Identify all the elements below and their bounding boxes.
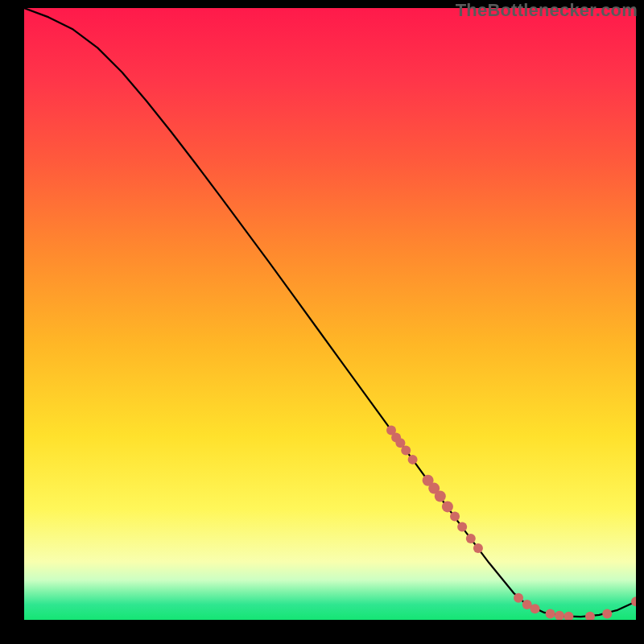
highlight-dot bbox=[442, 501, 453, 512]
highlight-dot bbox=[546, 609, 555, 618]
highlight-dot bbox=[408, 455, 418, 464]
chart-canvas bbox=[24, 8, 636, 620]
highlight-dot bbox=[602, 609, 612, 618]
highlight-dot bbox=[473, 543, 483, 553]
heat-gradient bbox=[24, 8, 636, 620]
watermark: TheBottlenecker.com bbox=[456, 0, 638, 21]
highlight-dot bbox=[514, 593, 523, 603]
highlight-dot bbox=[401, 445, 411, 455]
highlight-dot bbox=[457, 522, 467, 531]
bottleneck-chart bbox=[24, 8, 636, 620]
highlight-dot bbox=[530, 604, 540, 613]
highlight-dot bbox=[435, 490, 446, 502]
highlight-dot bbox=[450, 512, 460, 522]
highlight-dot bbox=[466, 534, 476, 543]
